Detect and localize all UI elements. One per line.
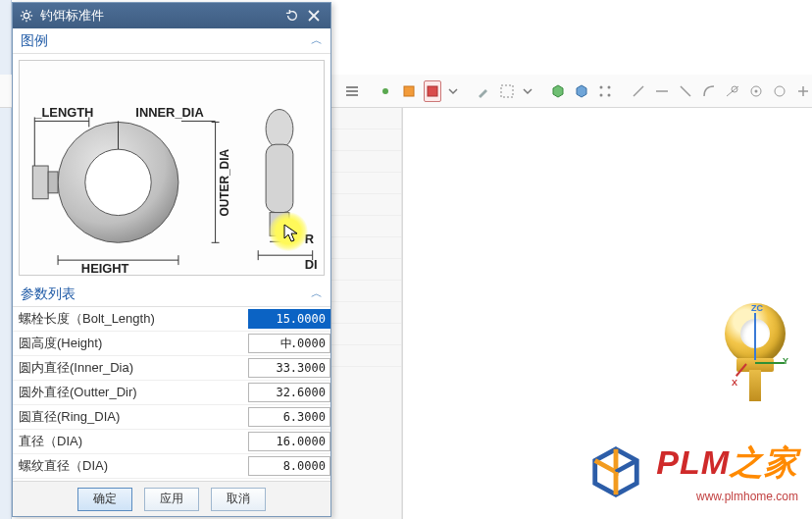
param-row: 螺纹直径（DIA)8.0000 — [13, 454, 330, 479]
svg-rect-35 — [32, 166, 48, 199]
svg-text:R: R — [305, 232, 315, 246]
param-value-input[interactable]: 6.3000 — [248, 407, 330, 427]
axis-z-label: ZC — [751, 303, 763, 313]
gear-icon — [19, 8, 34, 24]
dialog-button-bar: 确定 应用 取消 — [13, 481, 330, 516]
param-name: 圆外直径(Outter_Dir) — [19, 384, 248, 401]
svg-text:HEIGHT: HEIGHT — [81, 261, 129, 275]
toolbar-dropdown-icon[interactable] — [447, 80, 459, 102]
section-diagram-title: 图例 — [21, 32, 48, 50]
section-params-header[interactable]: 参数列表 ︿ — [13, 282, 330, 307]
logo-cube-icon — [587, 443, 644, 500]
svg-rect-1 — [346, 90, 358, 92]
param-value-input[interactable]: 15.0000 — [248, 309, 330, 329]
svg-rect-4 — [404, 86, 414, 96]
toolbar-menu-icon[interactable] — [343, 80, 361, 102]
model-eyebolt: ZC Y X — [716, 303, 794, 421]
cancel-button[interactable]: 取消 — [211, 488, 266, 511]
svg-point-10 — [608, 93, 611, 96]
svg-rect-54 — [270, 213, 289, 236]
svg-rect-53 — [266, 144, 293, 212]
svg-line-29 — [23, 19, 24, 20]
param-value-input[interactable]: 33.3000 — [248, 358, 330, 378]
param-name: 圆直径(Ring_DIA) — [19, 408, 248, 426]
param-name: 螺栓长度（Bolt_Length) — [19, 310, 248, 328]
toolbar-arc-icon[interactable] — [700, 80, 718, 102]
svg-text:INNER_DIA: INNER_DIA — [135, 105, 203, 120]
watermark: PLM之家 www.plmhome.com — [587, 441, 798, 503]
param-row: 圆外直径(Outter_Dir)32.6000 — [13, 381, 330, 405]
axis-y-label: Y — [783, 356, 788, 366]
svg-line-30 — [29, 12, 30, 13]
dialog-titlebar[interactable]: 钓饵标准件 — [13, 3, 330, 28]
toolbar-cube-orange-icon[interactable] — [400, 80, 418, 102]
toolbar-box-blue-icon[interactable] — [573, 80, 590, 102]
reset-button[interactable] — [281, 6, 303, 26]
svg-line-27 — [23, 12, 24, 13]
svg-point-22 — [24, 13, 28, 18]
param-value-input[interactable]: 32.6000 — [248, 383, 330, 402]
svg-line-11 — [634, 86, 643, 96]
toolbar-dropdown-icon[interactable] — [522, 80, 533, 102]
section-diagram-header[interactable]: 图例 ︿ — [13, 28, 330, 54]
param-value-input[interactable]: 16.0000 — [248, 432, 330, 451]
axis-x-label: X — [732, 378, 737, 388]
toolbar-point-icon[interactable] — [377, 80, 394, 102]
param-row: 螺栓长度（Bolt_Length)15.0000 — [13, 307, 330, 332]
toolbar-cube-red-icon[interactable] — [424, 80, 441, 102]
svg-text:DI: DI — [305, 257, 318, 272]
watermark-url: www.plmhome.com — [656, 490, 798, 503]
svg-point-52 — [266, 110, 293, 149]
apply-button[interactable]: 应用 — [144, 488, 199, 511]
toolbar-select-rect-icon[interactable] — [498, 80, 516, 102]
param-row: 圆内直径(Inner_Dia)33.3000 — [13, 356, 330, 381]
svg-point-34 — [85, 149, 151, 215]
toolbar-tangent-icon[interactable] — [724, 80, 741, 102]
parameter-list: 螺栓长度（Bolt_Length)15.0000圆高度(Height)中.000… — [13, 307, 330, 481]
svg-point-3 — [382, 88, 388, 94]
param-row: 直径（DIA)16.0000 — [13, 430, 330, 454]
chevron-up-icon: ︿ — [311, 32, 323, 49]
svg-line-28 — [29, 19, 30, 20]
toolbar-snap-icon[interactable] — [596, 80, 614, 102]
param-row: 圆高度(Height)中.0000 — [13, 332, 330, 356]
param-value-input[interactable]: 中.0000 — [248, 334, 330, 353]
param-name: 圆高度(Height) — [19, 335, 248, 352]
svg-rect-2 — [346, 94, 358, 96]
svg-rect-6 — [501, 85, 513, 97]
param-name: 圆内直径(Inner_Dia) — [19, 359, 248, 377]
toolbar-line-diag-icon[interactable] — [630, 80, 647, 102]
tree-panel — [331, 108, 402, 519]
svg-text:_LENGTH: _LENGTH — [33, 105, 93, 120]
watermark-brand: PLM之家 — [656, 441, 798, 486]
dialog-title: 钓饵标准件 — [40, 7, 104, 25]
svg-rect-5 — [428, 86, 437, 96]
chevron-up-icon: ︿ — [311, 285, 323, 302]
ok-button[interactable]: 确定 — [77, 488, 132, 511]
param-value-input[interactable]: 8.0000 — [248, 456, 330, 476]
close-button[interactable] — [303, 6, 325, 26]
svg-line-13 — [681, 86, 690, 96]
toolbar-circle-icon[interactable] — [771, 80, 788, 102]
toolbar-line-h-icon[interactable] — [653, 80, 671, 102]
svg-point-8 — [608, 85, 611, 88]
toolbar-line-diag2-icon[interactable] — [677, 80, 694, 102]
toolbar-eyedrop-icon[interactable] — [475, 80, 492, 102]
svg-rect-0 — [346, 86, 358, 88]
toolbar-plus-icon[interactable] — [794, 80, 812, 102]
svg-point-7 — [600, 85, 603, 88]
svg-point-9 — [600, 93, 603, 96]
param-name: 直径（DIA) — [19, 433, 248, 450]
svg-text:OUTER_DIA: OUTER_DIA — [218, 149, 231, 217]
parameters-dialog: 钓饵标准件 图例 ︿ — [12, 2, 331, 517]
param-row: 圆直径(Ring_DIA)6.3000 — [13, 405, 330, 430]
toolbar-box-green-icon[interactable] — [549, 80, 567, 102]
diagram-area: _LENGTH INNER_DIA OUTER_DIA HEIGHT — [13, 54, 330, 282]
toolbar-circle-target-icon[interactable] — [747, 80, 765, 102]
svg-point-18 — [775, 86, 785, 96]
param-name: 螺纹直径（DIA) — [19, 457, 248, 475]
section-params-title: 参数列表 — [21, 285, 76, 303]
svg-point-17 — [755, 89, 758, 92]
svg-rect-36 — [48, 172, 58, 193]
